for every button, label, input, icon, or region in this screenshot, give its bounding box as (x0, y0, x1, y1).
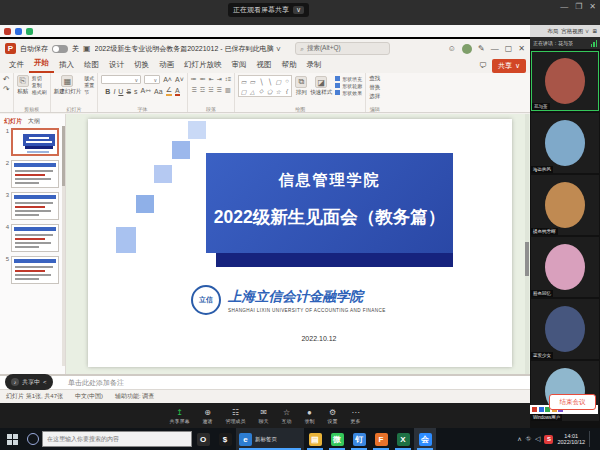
taskbar-app[interactable]: O (192, 428, 214, 450)
toolbar-button[interactable]: ☆ 互动 (282, 408, 292, 424)
participant-tile[interactable]: 花与茶 (531, 51, 599, 111)
grow-font-icon[interactable]: A˄ (163, 76, 172, 83)
taskbar-app[interactable]: 会 (414, 428, 436, 450)
volume-icon[interactable]: ◁ (535, 435, 540, 443)
strikethrough-button[interactable]: S (126, 88, 131, 95)
ribbon-tab[interactable]: 帮助 (277, 58, 302, 73)
redo-icon[interactable]: ↷ (3, 85, 10, 95)
ribbon-tab[interactable]: 文件 (4, 58, 29, 73)
ribbon-tab[interactable]: 绘图 (79, 58, 104, 73)
justify-icon[interactable]: ☰ (217, 86, 222, 94)
ppt-minimize-icon[interactable]: — (491, 44, 499, 53)
slides-item[interactable]: 重置 (84, 82, 94, 88)
underline-button[interactable]: U (118, 88, 123, 95)
align-left-icon[interactable]: ☰ (191, 86, 196, 94)
toolbar-button[interactable]: ● 录制 (305, 408, 315, 424)
ribbon-tab[interactable]: 审阅 (227, 58, 252, 73)
participant-tile[interactable]: 粉色回忆 (531, 237, 599, 297)
toolbar-button[interactable]: ⋯ 更多 (351, 408, 361, 424)
minimize-icon[interactable]: — (560, 2, 568, 11)
panel-scrollbar[interactable] (62, 126, 65, 366)
accessibility-status[interactable]: 辅助功能: 调查 (115, 392, 154, 401)
share-button[interactable]: 共享∨ (492, 59, 526, 73)
edit-pencil-icon[interactable]: ✎ (478, 44, 485, 54)
taskbar-app[interactable]: 微 (326, 428, 348, 450)
save-icon[interactable]: ▣ (83, 44, 91, 54)
character-spacing-icon[interactable]: A⇿ (141, 87, 152, 95)
ribbon-tab[interactable]: 开始 (29, 56, 54, 73)
ribbon-tab[interactable]: 动画 (154, 58, 179, 73)
clipboard-item[interactable]: 复制 (32, 82, 47, 88)
toolbar-button[interactable]: ⊕ 邀请 (203, 408, 213, 424)
text-shadow-button[interactable]: s (134, 88, 138, 95)
participant-tile[interactable]: 蓝发少女 (531, 299, 599, 359)
taskbar-app[interactable]: e 新标签页 (236, 428, 304, 450)
italic-button[interactable]: I (113, 88, 115, 95)
participant-tile[interactable]: 橘色鸭舌帽 (531, 175, 599, 235)
slide-thumbnail[interactable] (11, 160, 59, 188)
gallery-view-button[interactable]: 宫格视图 ∨ (561, 28, 589, 35)
clipboard-item[interactable]: 剪切 (32, 75, 47, 81)
user-icon[interactable]: ☺ (448, 44, 456, 54)
line-spacing-icon[interactable]: ↕≡ (225, 75, 232, 83)
shrink-font-icon[interactable]: A˅ (175, 76, 184, 83)
bold-button[interactable]: B (105, 88, 110, 95)
canvas-scrollbar[interactable] (525, 114, 529, 374)
slide-thumbnail-selected[interactable] (11, 128, 59, 156)
tray-chevron-icon[interactable]: ˄ (517, 436, 521, 443)
align-right-icon[interactable]: ☱ (208, 86, 213, 94)
shape-format-item[interactable]: 形状轮廓 (335, 83, 362, 89)
language-indicator[interactable]: 中文(中国) (75, 392, 103, 401)
numbering-icon[interactable]: ≕ (200, 75, 206, 83)
columns-icon[interactable]: ▥ (225, 86, 231, 94)
end-meeting-button[interactable]: 结束会议 (549, 394, 596, 410)
toolbar-button[interactable]: ☷ 管理成员 (226, 408, 246, 424)
slide[interactable]: 信息管理学院 2022级新生见面会（教务篇） 立信 上海立信会计金融学院 SHA… (88, 119, 512, 367)
undo-icon[interactable]: ↶ (3, 75, 10, 85)
input-method-icon[interactable]: S (544, 435, 553, 444)
taskbar-app[interactable]: 钉 (348, 428, 370, 450)
ppt-maximize-icon[interactable]: ▢ (505, 44, 513, 53)
quick-styles-button[interactable]: ◪快速样式 (310, 76, 332, 96)
comment-icon[interactable]: 🗩 (479, 61, 487, 71)
editing-item[interactable]: 查找 (369, 75, 380, 82)
increase-indent-icon[interactable]: ⇥ (217, 75, 222, 83)
decrease-indent-icon[interactable]: ⇤ (209, 75, 214, 83)
shapes-gallery[interactable]: ▭▭╲╲▢○ ▢△⬦⬠☆{ (238, 75, 292, 97)
slide-thumbnail[interactable] (11, 256, 59, 284)
new-slide-button[interactable]: ▦新建幻灯片 (54, 75, 82, 95)
font-name-select[interactable]: ∨ (101, 75, 141, 84)
close-icon[interactable]: ✕ (589, 2, 596, 11)
bullets-icon[interactable]: ≔ (191, 75, 197, 83)
slides-item[interactable]: 版式 (84, 75, 94, 81)
action-center-icon[interactable] (589, 431, 597, 447)
change-case-icon[interactable]: Aa (154, 88, 163, 95)
cortana-icon[interactable] (27, 433, 39, 445)
slide-thumbnail[interactable] (11, 224, 59, 252)
ribbon-tab[interactable]: 切换 (129, 58, 154, 73)
ribbon-tab[interactable]: 插入 (54, 58, 79, 73)
ribbon-tab[interactable]: 视图 (252, 58, 277, 73)
document-title[interactable]: 2022级新生专业说明会教务篇20221012 - 已保存到此电脑 ∨ (95, 44, 282, 54)
slides-item[interactable]: 节 (84, 89, 94, 95)
clipboard-item[interactable]: 格式刷 (32, 89, 47, 95)
banner-collapse-button[interactable]: ∨ (293, 6, 304, 14)
network-icon[interactable]: ⛗ (525, 435, 531, 443)
slide-thumbnail[interactable] (11, 192, 59, 220)
participant-tile[interactable]: 海边的风 (531, 113, 599, 173)
panel-tab-outline[interactable]: 大纲 (28, 117, 40, 126)
grid-view-icon[interactable]: ⊞ (592, 28, 597, 34)
editing-item[interactable]: 替换 (369, 84, 380, 91)
ppt-close-icon[interactable]: ✕ (518, 44, 525, 53)
editing-item[interactable]: 选择 (369, 93, 380, 100)
share-float-pill[interactable]: ♪ 共享中 < (5, 374, 53, 390)
ribbon-tab[interactable]: 录制 (302, 58, 327, 73)
account-avatar[interactable] (462, 44, 472, 54)
maximize-icon[interactable]: ❐ (575, 2, 582, 11)
toolbar-button[interactable]: ⚙ 设置 (328, 408, 338, 424)
highlight-color-icon[interactable]: ∠ (166, 86, 172, 96)
toolbar-button[interactable]: ✉ 聊天 (259, 408, 269, 424)
taskbar-search-input[interactable] (42, 431, 192, 447)
align-center-icon[interactable]: ☲ (200, 86, 205, 94)
paste-button[interactable]: ⎘粘贴 (17, 75, 29, 95)
